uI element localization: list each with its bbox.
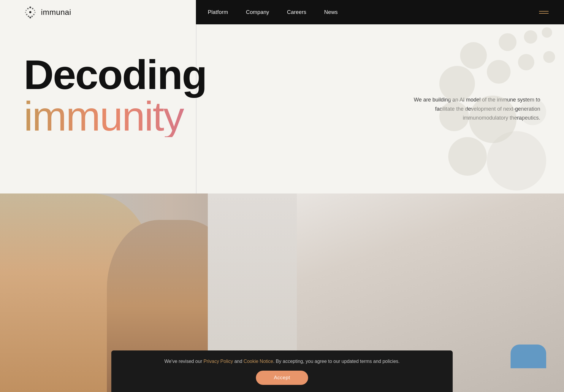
svg-point-8 bbox=[26, 14, 28, 15]
svg-point-6 bbox=[25, 12, 26, 13]
svg-point-12 bbox=[29, 11, 31, 13]
svg-point-5 bbox=[34, 12, 36, 13]
main-nav: Platform Company Careers News bbox=[196, 0, 564, 24]
cookie-text: We've revised our Privacy Policy and Coo… bbox=[164, 358, 400, 365]
hamburger-icon bbox=[539, 11, 549, 12]
svg-point-7 bbox=[33, 14, 35, 15]
hero-line2: immunity bbox=[24, 96, 196, 137]
svg-point-2 bbox=[27, 8, 29, 9]
nav-careers[interactable]: Careers bbox=[287, 9, 306, 15]
svg-point-10 bbox=[28, 16, 29, 17]
cookie-text-after: . By accepting, you agree to our updated… bbox=[273, 359, 400, 364]
privacy-policy-link[interactable]: Privacy Policy bbox=[203, 359, 233, 364]
cookie-text-before: We've revised our bbox=[164, 359, 204, 364]
nav-platform[interactable]: Platform bbox=[208, 9, 228, 15]
svg-point-0 bbox=[29, 7, 31, 8]
hero-line1: Decoding bbox=[24, 54, 196, 96]
logo-text: immunai bbox=[41, 8, 71, 17]
svg-point-11 bbox=[29, 17, 31, 18]
nav-links: Platform Company Careers News bbox=[208, 9, 338, 15]
hero-description: We are building an AI model of the immun… bbox=[410, 95, 540, 123]
svg-point-1 bbox=[32, 8, 34, 9]
hero-right: We are building an AI model of the immun… bbox=[196, 24, 564, 193]
blue-glove-shape bbox=[511, 345, 546, 368]
cookie-text-between: and bbox=[233, 359, 244, 364]
logo-icon bbox=[24, 6, 37, 19]
svg-point-9 bbox=[31, 16, 33, 17]
hamburger-button[interactable] bbox=[536, 4, 552, 20]
nav-company[interactable]: Company bbox=[246, 9, 269, 15]
cookie-notice-link[interactable]: Cookie Notice bbox=[244, 359, 273, 364]
svg-point-4 bbox=[26, 10, 27, 11]
hero-section: Decoding immunity We are building an AI … bbox=[0, 24, 564, 193]
accept-button[interactable]: Accept bbox=[256, 371, 308, 385]
hamburger-icon bbox=[539, 13, 549, 14]
nav-news[interactable]: News bbox=[324, 9, 338, 15]
hero-left: Decoding immunity bbox=[0, 24, 196, 137]
logo-area: immunai bbox=[0, 0, 196, 24]
cookie-banner: We've revised our Privacy Policy and Coo… bbox=[111, 350, 453, 392]
svg-point-3 bbox=[34, 10, 35, 11]
